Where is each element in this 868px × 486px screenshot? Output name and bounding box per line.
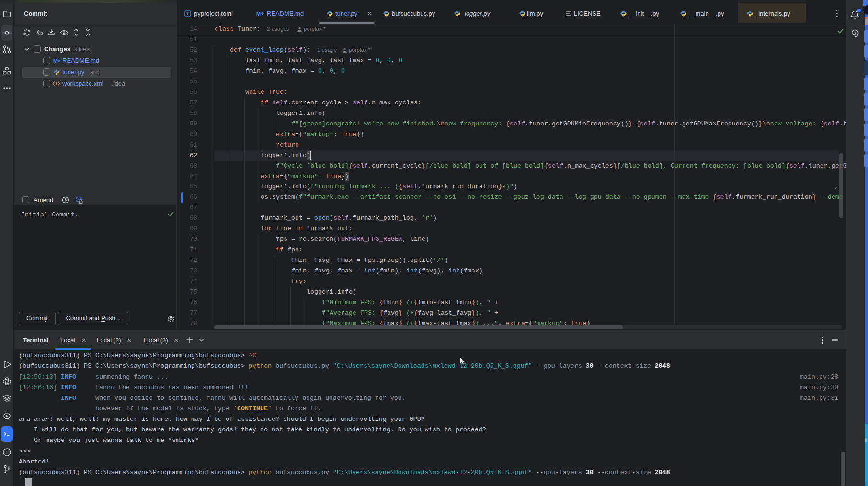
svg-text:M: M	[256, 11, 261, 17]
svg-text:M: M	[53, 58, 57, 64]
